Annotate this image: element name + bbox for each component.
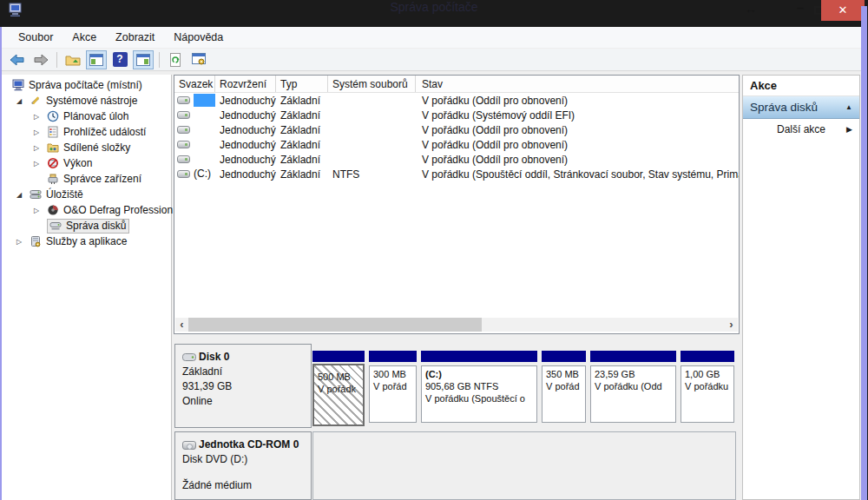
- actions-item-dalsi-akce[interactable]: Další akce ▶: [743, 119, 859, 140]
- computer-icon: [12, 79, 25, 91]
- partition-300mb[interactable]: 300 MB V pořád: [369, 351, 417, 427]
- show-console-tree-icon[interactable]: [86, 50, 107, 69]
- resize-arrows-icon[interactable]: ↔: [745, 2, 757, 16]
- partition-status-bar: [681, 351, 734, 362]
- window-border-right: [861, 6, 867, 500]
- volume-list-header: Svazek Rozvržení Typ Systém souborů Stav: [174, 76, 739, 93]
- forward-icon[interactable]: [30, 50, 51, 69]
- minimize-button[interactable]: –: [797, 0, 804, 15]
- toolbar-separator: [56, 52, 57, 68]
- collapse-section-icon[interactable]: ▲: [845, 103, 852, 111]
- disk0-info-box[interactable]: Disk 0 Základní 931,39 GB Online: [174, 344, 312, 428]
- storage-icon: [30, 188, 43, 201]
- collapsed-icon[interactable]: ▷: [34, 113, 47, 121]
- collapsed-icon[interactable]: ▷: [34, 144, 47, 152]
- partition-status-bar: [590, 351, 676, 362]
- menu-napoveda[interactable]: Nápověda: [164, 31, 233, 43]
- column-header-stav[interactable]: Stav: [416, 76, 739, 92]
- partition-status-bar: [369, 351, 417, 362]
- tree-item-oo-defrag[interactable]: ▷ O&O Defrag Profession: [2, 202, 171, 218]
- tree-item-disk-management[interactable]: Správa disků: [2, 218, 171, 234]
- disk0-type: Základní: [182, 365, 311, 379]
- disk-management-icon[interactable]: [188, 50, 209, 69]
- scroll-left-icon[interactable]: ‹: [175, 318, 188, 332]
- services-icon: [30, 235, 43, 247]
- tree-item-storage[interactable]: ◢ Úložiště: [2, 187, 171, 202]
- partition-status-bar: [542, 351, 586, 362]
- partition-status-bar: [312, 351, 365, 362]
- table-row[interactable]: Jednoduchý Základní V pořádku (Oddíl pro…: [174, 137, 739, 152]
- table-row[interactable]: Jednoduchý Základní V pořádku (Oddíl pro…: [174, 152, 739, 167]
- volume-icon: [177, 170, 190, 178]
- menu-soubor[interactable]: Soubor: [9, 31, 62, 43]
- cdrom-media-area: [312, 431, 736, 500]
- partition-c[interactable]: (C:) 905,68 GB NTFS V pořádku (Spouštěcí…: [421, 351, 537, 427]
- tree-item-system-tools[interactable]: ◢ Systémové nástroje: [2, 93, 171, 109]
- submenu-arrow-icon: ▶: [846, 125, 852, 134]
- clock-icon: [47, 110, 60, 122]
- tree-item-task-scheduler[interactable]: ▷ Plánovač úloh: [2, 109, 171, 124]
- disk-management-tree-icon: [49, 220, 62, 232]
- toolbar: ?: [2, 49, 861, 71]
- tree-item-performance[interactable]: ▷ Výkon: [2, 155, 171, 171]
- back-icon[interactable]: [7, 50, 28, 69]
- volume-icon: [177, 155, 190, 163]
- collapsed-icon[interactable]: ▷: [34, 160, 47, 168]
- menu-bar: Soubor Akce Zobrazit Nápověda: [2, 27, 861, 49]
- table-row[interactable]: Jednoduchý Základní V pořádku (Oddíl pro…: [174, 122, 739, 137]
- defrag-icon: [47, 204, 60, 216]
- show-action-pane-icon[interactable]: [133, 50, 154, 69]
- tree-item-device-manager[interactable]: Správce zařízení: [2, 171, 171, 187]
- menu-zobrazit[interactable]: Zobrazit: [106, 31, 164, 43]
- collapsed-icon[interactable]: ▷: [34, 128, 47, 136]
- refresh-icon[interactable]: [165, 50, 186, 69]
- actions-panel-title: Akce: [743, 76, 859, 96]
- cdrom-info-box[interactable]: Jednotka CD-ROM 0 Disk DVD (D:) Žádné mé…: [174, 431, 312, 500]
- scrollbar-thumb[interactable]: [188, 318, 482, 332]
- table-row[interactable]: Jednoduchý Základní V pořádku (Systémový…: [174, 108, 739, 122]
- partition-1gb[interactable]: 1,00 GB V pořádku: [681, 351, 734, 427]
- volume-icon: [177, 96, 190, 104]
- column-header-svazek[interactable]: Svazek: [174, 76, 215, 92]
- cdrom-drive-letter: Disk DVD (D:): [182, 452, 311, 467]
- actions-section-disk-management[interactable]: Správa disků ▲: [743, 96, 859, 119]
- menu-akce[interactable]: Akce: [62, 31, 106, 43]
- folder-up-icon[interactable]: [62, 50, 83, 69]
- tree-item-shared-folders[interactable]: ▷ Sdílené složky: [2, 140, 171, 155]
- partition-23gb[interactable]: 23,59 GB V pořádku (Odd: [590, 351, 676, 427]
- partition-500mb[interactable]: 500 MB V pořádk: [312, 351, 365, 427]
- table-row[interactable]: (C:) Jednoduchý Základní NTFS V pořádku …: [174, 167, 739, 181]
- tree-item-services-applications[interactable]: ▷ Služby a aplikace: [2, 234, 171, 249]
- close-button[interactable]: ✕: [821, 0, 865, 21]
- partition-350mb[interactable]: 350 MB V pořád: [542, 351, 586, 427]
- expanded-icon[interactable]: ◢: [16, 97, 30, 105]
- column-header-rozvrzeni[interactable]: Rozvržení: [215, 76, 276, 92]
- volume-name-cell: (C:): [194, 168, 215, 181]
- disk0-status: Online: [182, 394, 311, 409]
- cdrom-drive-icon: [182, 441, 196, 450]
- horizontal-scrollbar[interactable]: ‹ ›: [175, 318, 738, 332]
- column-header-typ[interactable]: Typ: [276, 76, 328, 92]
- volume-name-cell: [194, 138, 215, 151]
- tree-item-computer-management[interactable]: Správa počítače (místní): [2, 77, 171, 93]
- partition-status-bar: [421, 351, 537, 362]
- disk0-title: Disk 0: [182, 350, 311, 365]
- volume-name-cell: [194, 153, 215, 166]
- performance-icon: [47, 157, 60, 169]
- column-header-system-souboru[interactable]: Systém souborů: [328, 76, 416, 92]
- volume-name-cell: [194, 94, 215, 107]
- volume-name-cell: [194, 109, 215, 122]
- help-icon[interactable]: ?: [109, 50, 130, 69]
- device-manager-icon: [47, 173, 60, 185]
- event-log-icon: [47, 126, 60, 138]
- scroll-right-icon[interactable]: ›: [725, 318, 738, 332]
- tree-item-event-viewer[interactable]: ▷ Prohlížeč událostí: [2, 124, 171, 140]
- table-row[interactable]: Jednoduchý Základní V pořádku (Oddíl pro…: [174, 93, 739, 108]
- volume-icon: [177, 141, 190, 148]
- collapsed-icon[interactable]: ▷: [16, 238, 30, 246]
- expanded-icon[interactable]: ◢: [16, 191, 30, 199]
- cdrom-media-status: Žádné médium: [182, 478, 311, 493]
- volume-icon: [177, 126, 190, 134]
- collapsed-icon[interactable]: ▷: [34, 207, 47, 214]
- disk0-size: 931,39 GB: [182, 379, 311, 394]
